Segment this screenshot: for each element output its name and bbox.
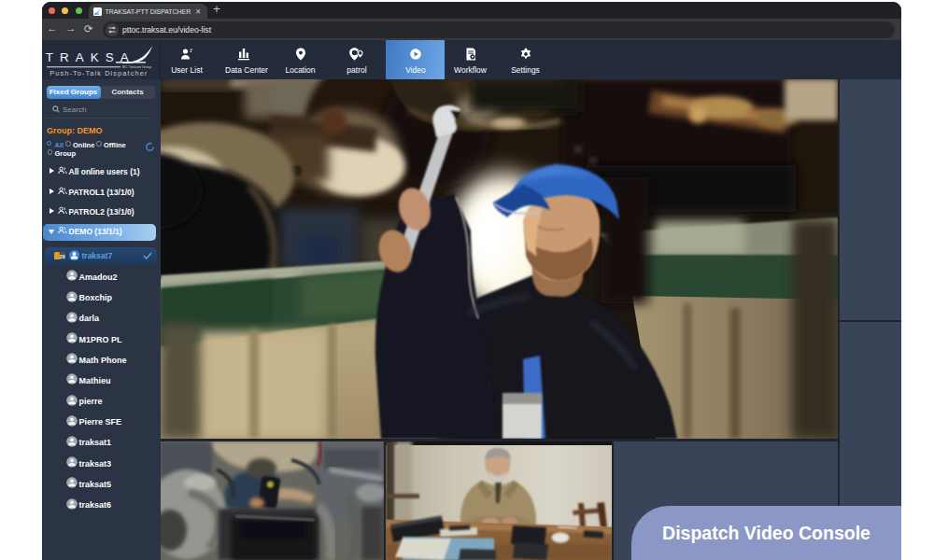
svg-text:28: 28 <box>59 253 64 259</box>
svg-text:Push-To-Talk Dispatcher: Push-To-Talk Dispatcher <box>50 69 148 77</box>
